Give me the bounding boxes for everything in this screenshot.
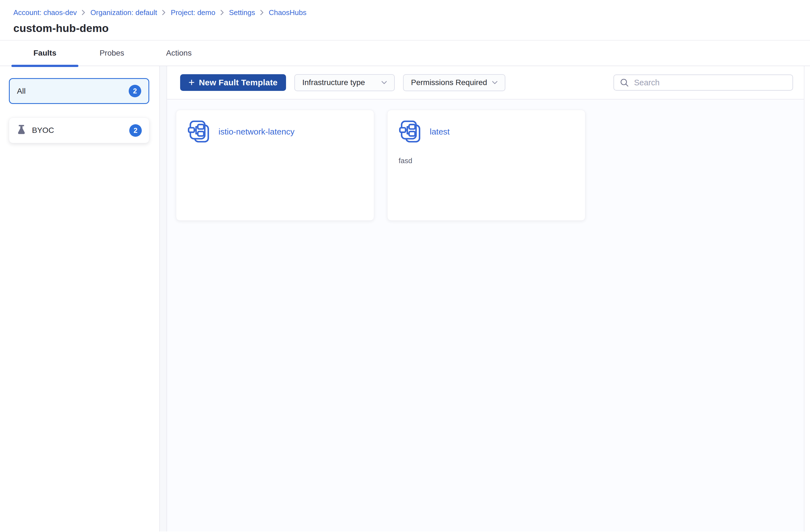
tab-probes-label: Probes xyxy=(99,49,124,58)
faults-panel: + New Fault Template Infrastructure type… xyxy=(167,66,805,531)
fault-template-card-latest[interactable]: latest fasd xyxy=(387,110,585,221)
fault-template-icon xyxy=(187,120,211,144)
tab-bar: Faults Probes Actions xyxy=(0,41,810,66)
chevron-down-icon xyxy=(381,81,388,85)
permissions-required-select[interactable]: Permissions Required xyxy=(403,74,505,91)
count-badge: 2 xyxy=(129,124,142,137)
filter-byoc[interactable]: BYOC 2 xyxy=(9,117,149,143)
tab-actions[interactable]: Actions xyxy=(145,41,212,66)
count-badge: 2 xyxy=(129,85,141,97)
chevron-right-icon xyxy=(81,9,86,16)
breadcrumb-link-project[interactable]: Project: demo xyxy=(171,8,215,17)
tab-actions-label: Actions xyxy=(166,49,192,58)
filter-byoc-label: BYOC xyxy=(32,126,54,135)
tab-faults[interactable]: Faults xyxy=(11,41,78,66)
plus-icon: + xyxy=(189,77,195,87)
fault-templates-grid: istio-network-latency xyxy=(167,99,804,531)
tab-faults-label: Faults xyxy=(33,49,56,58)
chevron-down-icon xyxy=(491,81,498,85)
search-box xyxy=(614,75,793,91)
card-header: latest xyxy=(399,120,574,144)
filter-all[interactable]: All 2 xyxy=(9,78,149,104)
infrastructure-type-label: Infrastructure type xyxy=(303,78,365,87)
sidebar-divider xyxy=(159,66,167,531)
filter-all-label: All xyxy=(17,87,26,96)
permissions-required-label: Permissions Required xyxy=(411,78,487,87)
breadcrumb-link-chaoshubs[interactable]: ChaosHubs xyxy=(269,8,307,17)
page-header: Account: chaos-dev Organization: default… xyxy=(0,0,810,41)
breadcrumb-link-account[interactable]: Account: chaos-dev xyxy=(13,8,77,17)
fault-template-description: fasd xyxy=(399,157,574,165)
flask-icon xyxy=(16,125,27,136)
search-input[interactable] xyxy=(633,78,787,87)
card-header: istio-network-latency xyxy=(187,120,363,144)
new-fault-template-label: New Fault Template xyxy=(199,78,277,87)
tab-probes[interactable]: Probes xyxy=(78,41,145,66)
fault-template-link[interactable]: istio-network-latency xyxy=(218,127,294,136)
page-title: custom-hub-demo xyxy=(13,22,797,35)
breadcrumb-link-settings[interactable]: Settings xyxy=(229,8,255,17)
new-fault-template-button[interactable]: + New Fault Template xyxy=(180,74,286,91)
chevron-right-icon xyxy=(220,9,224,16)
chevron-right-icon xyxy=(162,9,166,16)
fault-category-sidebar: All 2 BYOC 2 xyxy=(0,66,159,531)
chevron-right-icon xyxy=(260,9,264,16)
fault-template-link[interactable]: latest xyxy=(430,127,450,136)
faults-toolbar: + New Fault Template Infrastructure type… xyxy=(167,66,804,99)
breadcrumb-link-organization[interactable]: Organization: default xyxy=(90,8,157,17)
breadcrumb: Account: chaos-dev Organization: default… xyxy=(13,8,797,17)
infrastructure-type-select[interactable]: Infrastructure type xyxy=(294,74,395,91)
active-tab-indicator xyxy=(11,65,78,67)
fault-template-icon xyxy=(399,120,422,144)
faults-tab-panel: All 2 BYOC 2 + New Fault Template Infras… xyxy=(0,66,810,531)
fault-template-description xyxy=(187,157,363,165)
search-icon xyxy=(620,78,629,87)
fault-template-card-istio-network-latency[interactable]: istio-network-latency xyxy=(176,110,374,221)
